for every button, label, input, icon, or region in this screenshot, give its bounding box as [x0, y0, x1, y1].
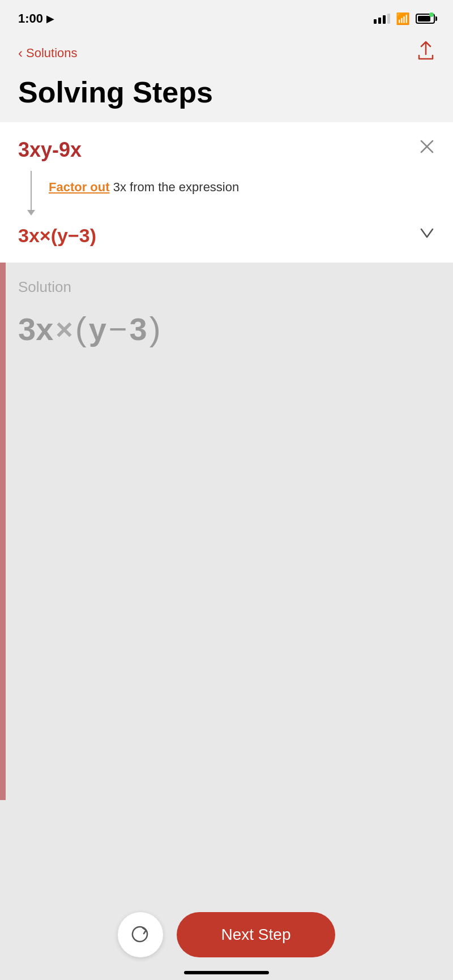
signal-bar-2: [378, 18, 381, 24]
sol-times: ×: [55, 312, 72, 346]
time-display: 1:00: [18, 11, 43, 26]
signal-bar-1: [374, 19, 377, 24]
solution-label: Solution: [18, 278, 435, 296]
arrow-down-icon: [27, 210, 35, 216]
sol-minus: −: [109, 311, 127, 347]
signal-bar-4: [387, 14, 390, 24]
page-title: Solving Steps: [18, 76, 435, 109]
status-time: 1:00 ▶: [18, 11, 54, 26]
expression-original: 3xy-9x: [18, 138, 435, 162]
back-button[interactable]: ‹ Solutions: [18, 45, 78, 61]
location-icon: ▶: [46, 12, 54, 25]
back-label: Solutions: [26, 46, 78, 61]
battery-icon: [416, 14, 435, 24]
expand-down-icon: [419, 225, 435, 243]
factor-out-link[interactable]: Factor out: [49, 180, 110, 194]
back-step-icon: [130, 925, 151, 945]
sol-3x: 3x: [18, 311, 53, 347]
green-dot: [429, 12, 434, 17]
signal-bars: [374, 14, 390, 24]
bottom-bar: Next Step: [0, 901, 453, 980]
step-description: Factor out 3x from the expression: [49, 171, 239, 196]
signal-bar-3: [383, 15, 386, 24]
arrow-line: [31, 171, 32, 210]
battery-fill: [418, 16, 430, 22]
wifi-icon: 📶: [396, 12, 410, 25]
share-button[interactable]: [417, 41, 435, 65]
expand-button[interactable]: [419, 225, 435, 247]
back-step-button[interactable]: [118, 912, 163, 957]
page-title-section: Solving Steps: [0, 72, 453, 122]
home-indicator: [184, 971, 269, 974]
expression-result: 3x×(y−3): [18, 225, 435, 247]
sol-y: y: [89, 311, 106, 347]
next-step-button[interactable]: Next Step: [177, 912, 335, 957]
back-chevron-icon: ‹: [18, 45, 23, 61]
nav-bar: ‹ Solutions: [0, 34, 453, 72]
steps-card: 3xy-9x Factor out 3x from the expression…: [0, 122, 453, 263]
step-arrow-container: Factor out 3x from the expression: [18, 171, 435, 216]
share-icon: [417, 41, 435, 61]
step-description-text: 3x from the expression: [110, 180, 240, 194]
vertical-arrow: [27, 171, 35, 216]
solution-section: Solution 3x × ( y − 3 ): [0, 263, 453, 800]
status-icons: 📶: [374, 12, 435, 25]
close-button[interactable]: [419, 138, 435, 159]
sol-close-paren: ): [149, 310, 161, 349]
sol-open-paren: (: [75, 310, 87, 349]
close-icon: [419, 139, 435, 154]
solution-border: [0, 263, 6, 800]
solution-expression: 3x × ( y − 3 ): [18, 310, 435, 349]
sol-3: 3: [130, 311, 147, 347]
status-bar: 1:00 ▶ 📶: [0, 0, 453, 34]
